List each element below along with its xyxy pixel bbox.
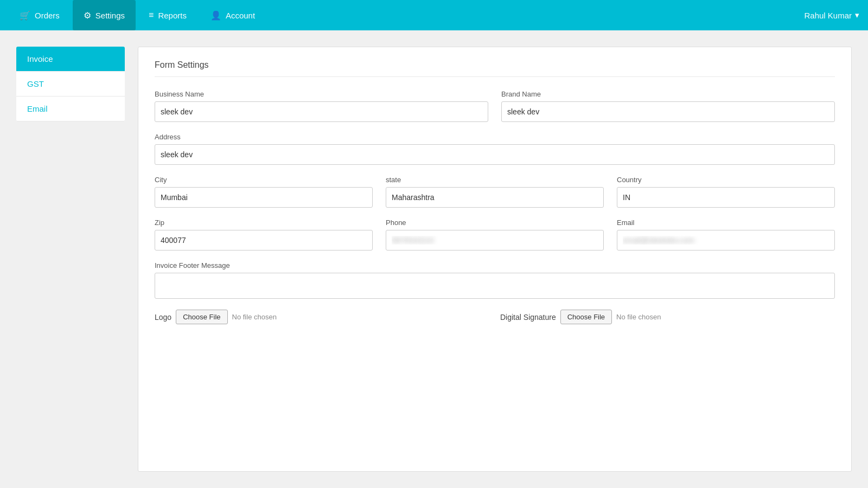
state-label: state	[386, 176, 604, 184]
nav-account[interactable]: 👤 Account	[200, 0, 266, 30]
navbar: 🛒 Orders ⚙ Settings ≡ Reports 👤 Account …	[0, 0, 868, 30]
account-icon: 👤	[210, 10, 221, 21]
group-email: Email	[617, 219, 835, 251]
settings-icon: ⚙	[84, 10, 91, 21]
address-label: Address	[155, 133, 835, 141]
settings-label: Settings	[95, 11, 125, 20]
logo-upload-group: Logo Choose File No file chosen	[155, 310, 489, 324]
group-footer-message: Invoice Footer Message	[155, 261, 835, 299]
phone-input[interactable]	[386, 230, 604, 251]
brand-name-input[interactable]	[501, 101, 835, 122]
business-name-input[interactable]	[155, 101, 488, 122]
brand-name-label: Brand Name	[501, 90, 835, 98]
group-address: Address	[155, 133, 835, 165]
signature-choose-file-button[interactable]: Choose File	[560, 310, 612, 324]
group-business-name: Business Name	[155, 90, 488, 122]
sidebar-item-email[interactable]: Email	[16, 97, 125, 121]
group-phone: Phone	[386, 219, 604, 251]
row-footer-message: Invoice Footer Message	[155, 261, 835, 299]
city-label: City	[155, 176, 373, 184]
user-menu[interactable]: Rahul Kumar ▾	[804, 10, 859, 20]
signature-no-file: No file chosen	[616, 313, 661, 321]
zip-label: Zip	[155, 219, 373, 227]
state-input[interactable]	[386, 187, 604, 208]
row-address: Address	[155, 133, 835, 165]
footer-message-input[interactable]	[155, 273, 835, 299]
sidebar: Invoice GST Email	[16, 47, 125, 472]
reports-icon: ≡	[149, 10, 154, 20]
group-brand-name: Brand Name	[501, 90, 835, 122]
zip-input[interactable]	[155, 230, 373, 251]
sidebar-item-gst[interactable]: GST	[16, 72, 125, 97]
email-input[interactable]	[617, 230, 835, 251]
sidebar-item-invoice[interactable]: Invoice	[16, 47, 125, 72]
footer-message-label: Invoice Footer Message	[155, 261, 835, 269]
section-title: Form Settings	[155, 60, 835, 77]
group-state: state	[386, 176, 604, 208]
nav-orders[interactable]: 🛒 Orders	[9, 0, 71, 30]
row-city-state-country: City state Country	[155, 176, 835, 208]
nav-settings[interactable]: ⚙ Settings	[73, 0, 136, 30]
country-input[interactable]	[617, 187, 835, 208]
email-label: Email	[617, 219, 835, 227]
city-input[interactable]	[155, 187, 373, 208]
group-city: City	[155, 176, 373, 208]
user-name: Rahul Kumar	[804, 11, 852, 20]
main-container: Invoice GST Email Form Settings Business…	[0, 30, 868, 488]
address-input[interactable]	[155, 144, 835, 165]
reports-label: Reports	[158, 11, 187, 20]
logo-label: Logo	[155, 313, 171, 322]
navbar-left: 🛒 Orders ⚙ Settings ≡ Reports 👤 Account	[9, 0, 266, 30]
form-settings-panel: Form Settings Business Name Brand Name A…	[138, 47, 852, 472]
file-upload-row: Logo Choose File No file chosen Digital …	[155, 310, 835, 324]
row-zip-phone-email: Zip Phone Email	[155, 219, 835, 251]
orders-icon: 🛒	[20, 10, 30, 21]
logo-no-file: No file chosen	[232, 313, 277, 321]
phone-label: Phone	[386, 219, 604, 227]
signature-upload-group: Digital Signature Choose File No file ch…	[500, 310, 835, 324]
group-zip: Zip	[155, 219, 373, 251]
group-country: Country	[617, 176, 835, 208]
account-label: Account	[226, 11, 255, 20]
nav-reports[interactable]: ≡ Reports	[138, 0, 197, 30]
digital-signature-label: Digital Signature	[500, 313, 556, 322]
country-label: Country	[617, 176, 835, 184]
logo-choose-file-button[interactable]: Choose File	[176, 310, 227, 324]
orders-label: Orders	[35, 11, 60, 20]
business-name-label: Business Name	[155, 90, 488, 98]
dropdown-icon: ▾	[855, 10, 859, 20]
row-business-brand: Business Name Brand Name	[155, 90, 835, 122]
